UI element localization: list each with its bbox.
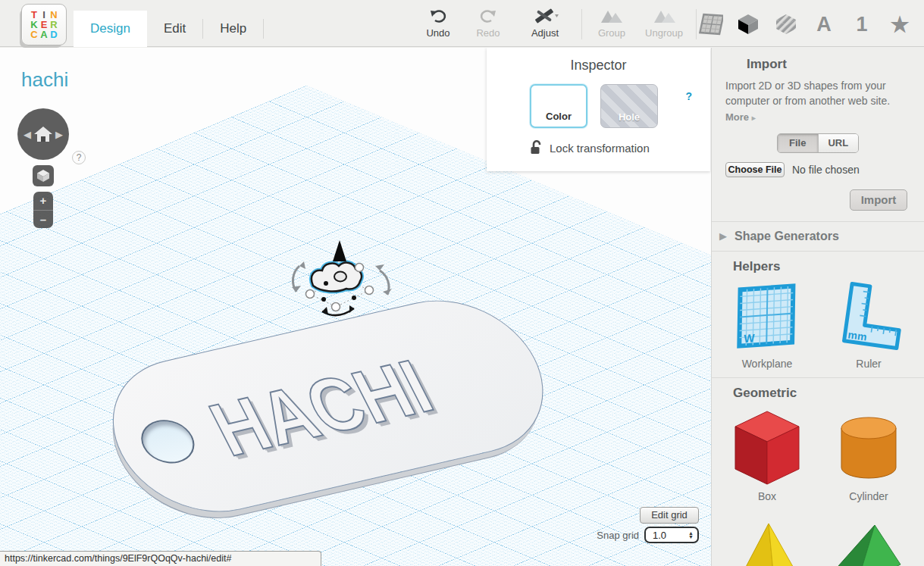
svg-text:W: W bbox=[744, 331, 755, 345]
shapes-sidebar: Import Import 2D or 3D shapes from your … bbox=[711, 48, 924, 566]
import-more-link[interactable]: More ▸ bbox=[725, 111, 910, 123]
shape-box[interactable]: Box bbox=[722, 408, 812, 502]
letters-category-icon[interactable]: A bbox=[810, 11, 838, 38]
geometric-section-title: Geometric bbox=[733, 386, 924, 401]
ruler-helper-icon: mm bbox=[834, 282, 904, 355]
file-tab[interactable]: File bbox=[778, 134, 818, 152]
sidebar-divider bbox=[712, 377, 924, 378]
cylinder-shape-icon bbox=[831, 408, 907, 487]
ungroup-icon bbox=[653, 6, 675, 26]
raise-handle-cone[interactable] bbox=[333, 240, 346, 261]
tab-edit[interactable]: Edit bbox=[147, 11, 202, 47]
redo-icon bbox=[479, 6, 497, 26]
toolbar-divider bbox=[581, 9, 582, 39]
3d-viewport[interactable]: HACHI hachi ◀ ▶ ? bbox=[0, 48, 711, 566]
home-view-control[interactable]: ◀ ▶ bbox=[17, 108, 69, 160]
arrowhead bbox=[383, 289, 392, 295]
menu-tabs: Design Edit Help bbox=[74, 11, 264, 47]
design-title: hachi bbox=[21, 68, 68, 92]
logo-letters: TIN KER CAD bbox=[30, 10, 59, 39]
scale-handle[interactable] bbox=[356, 264, 364, 272]
home-icon[interactable] bbox=[33, 125, 53, 143]
corner-handle[interactable] bbox=[324, 281, 328, 286]
shape-label: Box bbox=[758, 490, 776, 502]
arrowhead bbox=[299, 261, 305, 269]
group-icon bbox=[600, 6, 623, 26]
snap-grid-select[interactable]: 1.0 ▲▼ bbox=[644, 527, 699, 543]
zoom-in-button[interactable]: + bbox=[33, 192, 53, 210]
rotate-view-left-icon[interactable]: ◀ bbox=[21, 129, 33, 140]
snap-grid-value: 1.0 bbox=[653, 530, 666, 541]
inspector-panel: Inspector Color Hole ? Lock transformati… bbox=[487, 48, 710, 171]
tab-design[interactable]: Design bbox=[74, 11, 147, 47]
color-swatch-button[interactable]: Color bbox=[530, 84, 587, 128]
box-shape-icon bbox=[729, 408, 805, 487]
scale-handle[interactable] bbox=[365, 286, 374, 295]
zoom-out-button[interactable]: – bbox=[33, 210, 53, 228]
shape-pyramid-partial[interactable] bbox=[722, 522, 812, 566]
helper-label: Ruler bbox=[856, 358, 881, 370]
inspector-title: Inspector bbox=[487, 58, 710, 73]
scale-handle[interactable] bbox=[332, 303, 340, 311]
tab-help[interactable]: Help bbox=[203, 11, 263, 47]
rotate-view-right-icon[interactable]: ▶ bbox=[53, 129, 65, 140]
selected-object-handles[interactable] bbox=[277, 237, 436, 366]
more-arrow-icon: ▸ bbox=[752, 114, 756, 122]
scale-handle[interactable] bbox=[306, 290, 315, 299]
helper-label: Workplane bbox=[742, 358, 793, 370]
select-stepper-icon: ▲▼ bbox=[688, 531, 694, 539]
choose-file-button[interactable]: Choose File bbox=[725, 162, 785, 177]
shape-cylinder[interactable]: Cylinder bbox=[824, 408, 913, 502]
shape-generators-label: Shape Generators bbox=[735, 230, 839, 243]
hole-shapes-category-icon[interactable] bbox=[772, 11, 800, 38]
pyramid-shape-icon bbox=[729, 522, 805, 566]
group-button[interactable]: Group bbox=[587, 6, 637, 39]
corner-handle[interactable] bbox=[352, 296, 356, 300]
app-header: TIN KER CAD Design Edit Help Undo Redo bbox=[0, 0, 924, 47]
url-tab[interactable]: URL bbox=[818, 134, 859, 152]
adjust-button[interactable]: Adjust bbox=[513, 6, 577, 39]
import-source-toggle: File URL bbox=[777, 133, 859, 153]
import-description: Import 2D or 3D shapes from your compute… bbox=[725, 78, 910, 109]
color-swatch-label: Color bbox=[546, 111, 572, 122]
helpers-section-title: Helpers bbox=[733, 259, 924, 274]
no-file-chosen-text: No file chosen bbox=[792, 164, 860, 176]
collapsed-arrow-icon: ▶ bbox=[719, 230, 727, 242]
ungroup-button[interactable]: Ungroup bbox=[637, 6, 691, 39]
view-mode-button[interactable] bbox=[33, 165, 54, 186]
shape-generators-section[interactable]: ▶ Shape Generators bbox=[712, 222, 924, 251]
import-button[interactable]: Import bbox=[850, 189, 907, 211]
cube-icon bbox=[36, 169, 50, 183]
view-help-button[interactable]: ? bbox=[72, 151, 86, 164]
undo-button[interactable]: Undo bbox=[413, 6, 463, 39]
zoom-controls[interactable]: + – bbox=[33, 192, 53, 228]
roof-shape-icon bbox=[831, 522, 907, 566]
unlocked-padlock-icon bbox=[530, 140, 543, 155]
shape-label: Cylinder bbox=[849, 490, 888, 502]
edit-grid-button[interactable]: Edit grid bbox=[640, 507, 699, 524]
hole-swatch-button[interactable]: Hole bbox=[600, 84, 658, 128]
workplane-helper-icon: W bbox=[732, 282, 802, 355]
inspector-help-link[interactable]: ? bbox=[685, 90, 692, 102]
redo-button[interactable]: Redo bbox=[463, 6, 513, 39]
sidebar-divider bbox=[712, 251, 924, 252]
lock-transformation-label: Lock transformation bbox=[550, 142, 650, 155]
solid-shapes-category-icon[interactable] bbox=[735, 11, 762, 38]
helper-workplane[interactable]: W Workplane bbox=[722, 282, 812, 370]
symbols-category-icon[interactable]: ★ bbox=[886, 11, 913, 38]
lock-transformation-toggle[interactable]: Lock transformation bbox=[530, 140, 650, 155]
hole-swatch-label: Hole bbox=[619, 111, 640, 123]
snap-grid-label: Snap grid bbox=[597, 530, 639, 541]
shape-roof-partial[interactable] bbox=[824, 522, 913, 566]
arrowhead bbox=[375, 264, 384, 270]
link-preview-status-bar: https://tinkercad.com/things/9ElF9rQOqQv… bbox=[0, 551, 321, 566]
shape-category-icons: A 1 ★ bbox=[697, 11, 913, 38]
corner-handle[interactable] bbox=[321, 297, 326, 302]
import-section-title: Import bbox=[747, 57, 910, 72]
undo-icon bbox=[429, 6, 447, 26]
workplane-category-icon[interactable] bbox=[697, 11, 724, 38]
numbers-category-icon[interactable]: 1 bbox=[848, 11, 875, 38]
tinkercad-logo[interactable]: TIN KER CAD bbox=[21, 4, 67, 45]
selected-shape-detail bbox=[334, 272, 346, 282]
helper-ruler[interactable]: mm Ruler bbox=[824, 282, 913, 370]
